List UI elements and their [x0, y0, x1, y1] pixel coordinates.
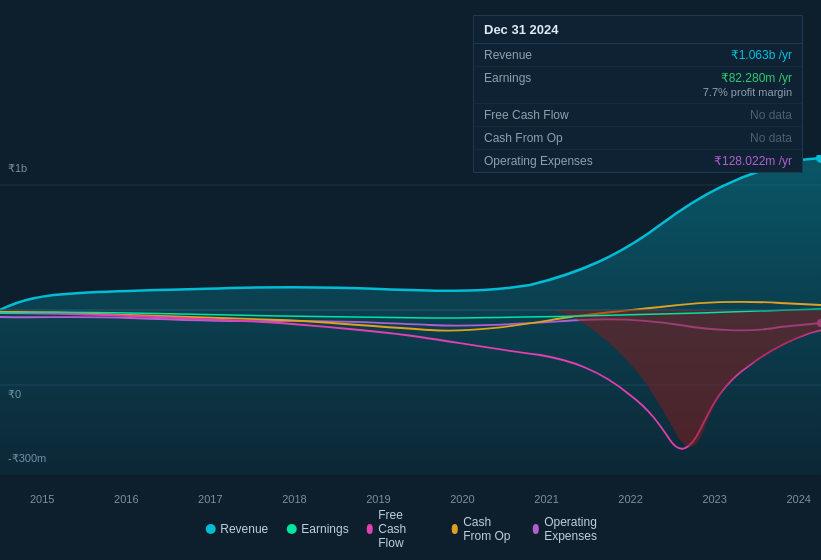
- legend-revenue[interactable]: Revenue: [205, 522, 268, 536]
- x-label-2020: 2020: [450, 493, 474, 505]
- tooltip-date: Dec 31 2024: [474, 16, 802, 44]
- tooltip-value-revenue: ₹1.063b /yr: [731, 48, 792, 62]
- legend-dot-cashop: [452, 524, 459, 534]
- tooltip-row-earnings: Earnings ₹82.280m /yr 7.7% profit margin: [474, 67, 802, 104]
- tooltip-label-revenue: Revenue: [484, 48, 532, 62]
- x-label-2017: 2017: [198, 493, 222, 505]
- legend-dot-earnings: [286, 524, 296, 534]
- legend-dot-fcf: [367, 524, 374, 534]
- tooltip-label-cashop: Cash From Op: [484, 131, 563, 145]
- data-tooltip: Dec 31 2024 Revenue ₹1.063b /yr Earnings…: [473, 15, 803, 173]
- legend-opex[interactable]: Operating Expenses: [533, 515, 616, 543]
- x-label-2022: 2022: [618, 493, 642, 505]
- tooltip-row-cashop: Cash From Op No data: [474, 127, 802, 150]
- tooltip-value-cashop: No data: [750, 131, 792, 145]
- chart-legend: Revenue Earnings Free Cash Flow Cash Fro…: [205, 508, 616, 550]
- legend-label-fcf: Free Cash Flow: [378, 508, 433, 550]
- x-label-2023: 2023: [702, 493, 726, 505]
- legend-earnings[interactable]: Earnings: [286, 522, 348, 536]
- tooltip-label-earnings: Earnings: [484, 71, 531, 99]
- legend-label-revenue: Revenue: [220, 522, 268, 536]
- tooltip-row-fcf: Free Cash Flow No data: [474, 104, 802, 127]
- tooltip-value-opex: ₹128.022m /yr: [714, 154, 792, 168]
- legend-label-earnings: Earnings: [301, 522, 348, 536]
- legend-cashop[interactable]: Cash From Op: [452, 515, 515, 543]
- tooltip-label-fcf: Free Cash Flow: [484, 108, 569, 122]
- x-label-2015: 2015: [30, 493, 54, 505]
- x-label-2018: 2018: [282, 493, 306, 505]
- earnings-value: ₹82.280m /yr: [721, 71, 792, 85]
- tooltip-value-earnings: ₹82.280m /yr 7.7% profit margin: [703, 71, 792, 99]
- tooltip-row-opex: Operating Expenses ₹128.022m /yr: [474, 150, 802, 172]
- x-axis-labels: 2015 2016 2017 2018 2019 2020 2021 2022 …: [30, 493, 811, 505]
- x-label-2021: 2021: [534, 493, 558, 505]
- x-label-2019: 2019: [366, 493, 390, 505]
- legend-label-cashop: Cash From Op: [463, 515, 514, 543]
- tooltip-value-fcf: No data: [750, 108, 792, 122]
- tooltip-label-opex: Operating Expenses: [484, 154, 593, 168]
- profit-margin: 7.7% profit margin: [703, 86, 792, 98]
- legend-label-opex: Operating Expenses: [544, 515, 616, 543]
- x-label-2024: 2024: [786, 493, 810, 505]
- tooltip-row-revenue: Revenue ₹1.063b /yr: [474, 44, 802, 67]
- legend-dot-opex: [533, 524, 540, 534]
- x-label-2016: 2016: [114, 493, 138, 505]
- chart-svg: [0, 155, 821, 475]
- legend-fcf[interactable]: Free Cash Flow: [367, 508, 434, 550]
- legend-dot-revenue: [205, 524, 215, 534]
